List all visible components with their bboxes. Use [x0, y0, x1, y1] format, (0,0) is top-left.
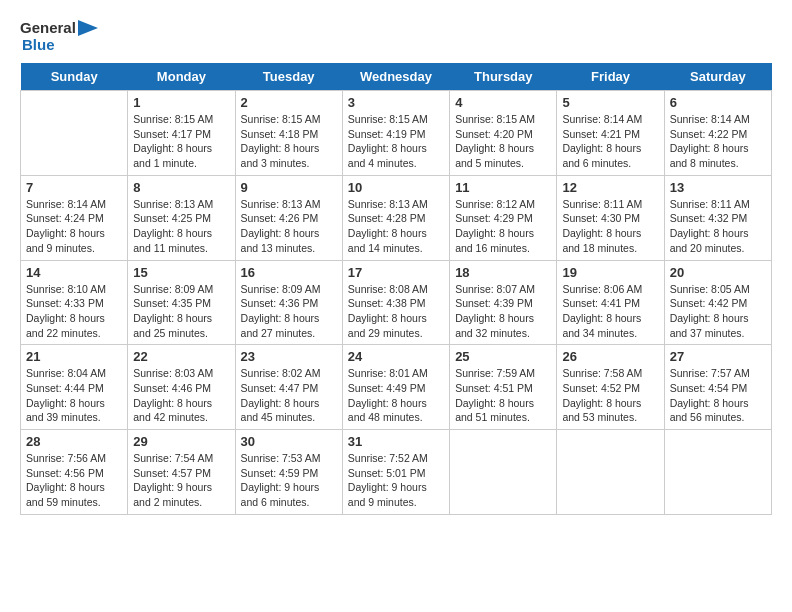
- calendar-cell: 23Sunrise: 8:02 AMSunset: 4:47 PMDayligh…: [235, 345, 342, 430]
- date-number: 21: [26, 349, 122, 364]
- date-number: 25: [455, 349, 551, 364]
- page-header: General Blue: [20, 20, 772, 53]
- date-number: 5: [562, 95, 658, 110]
- calendar-cell: 2Sunrise: 8:15 AMSunset: 4:18 PMDaylight…: [235, 91, 342, 176]
- week-row-4: 21Sunrise: 8:04 AMSunset: 4:44 PMDayligh…: [21, 345, 772, 430]
- calendar-cell: 9Sunrise: 8:13 AMSunset: 4:26 PMDaylight…: [235, 175, 342, 260]
- calendar-table: SundayMondayTuesdayWednesdayThursdayFrid…: [20, 63, 772, 515]
- cell-content: Sunrise: 7:54 AMSunset: 4:57 PMDaylight:…: [133, 451, 229, 510]
- calendar-cell: 19Sunrise: 8:06 AMSunset: 4:41 PMDayligh…: [557, 260, 664, 345]
- calendar-cell: 30Sunrise: 7:53 AMSunset: 4:59 PMDayligh…: [235, 430, 342, 515]
- date-number: 18: [455, 265, 551, 280]
- calendar-cell: [450, 430, 557, 515]
- date-number: 22: [133, 349, 229, 364]
- calendar-cell: 6Sunrise: 8:14 AMSunset: 4:22 PMDaylight…: [664, 91, 771, 176]
- calendar-cell: 11Sunrise: 8:12 AMSunset: 4:29 PMDayligh…: [450, 175, 557, 260]
- date-number: 8: [133, 180, 229, 195]
- cell-content: Sunrise: 8:15 AMSunset: 4:19 PMDaylight:…: [348, 112, 444, 171]
- cell-content: Sunrise: 8:13 AMSunset: 4:26 PMDaylight:…: [241, 197, 337, 256]
- date-number: 23: [241, 349, 337, 364]
- date-number: 4: [455, 95, 551, 110]
- cell-content: Sunrise: 7:56 AMSunset: 4:56 PMDaylight:…: [26, 451, 122, 510]
- cell-content: Sunrise: 7:57 AMSunset: 4:54 PMDaylight:…: [670, 366, 766, 425]
- calendar-cell: 4Sunrise: 8:15 AMSunset: 4:20 PMDaylight…: [450, 91, 557, 176]
- day-header-sunday: Sunday: [21, 63, 128, 91]
- cell-content: Sunrise: 8:05 AMSunset: 4:42 PMDaylight:…: [670, 282, 766, 341]
- calendar-cell: 3Sunrise: 8:15 AMSunset: 4:19 PMDaylight…: [342, 91, 449, 176]
- cell-content: Sunrise: 8:07 AMSunset: 4:39 PMDaylight:…: [455, 282, 551, 341]
- cell-content: Sunrise: 8:12 AMSunset: 4:29 PMDaylight:…: [455, 197, 551, 256]
- calendar-cell: [557, 430, 664, 515]
- cell-content: Sunrise: 8:14 AMSunset: 4:22 PMDaylight:…: [670, 112, 766, 171]
- logo: General Blue: [20, 20, 98, 53]
- calendar-cell: 1Sunrise: 8:15 AMSunset: 4:17 PMDaylight…: [128, 91, 235, 176]
- logo-general: General: [20, 20, 76, 37]
- calendar-cell: 8Sunrise: 8:13 AMSunset: 4:25 PMDaylight…: [128, 175, 235, 260]
- calendar-cell: 20Sunrise: 8:05 AMSunset: 4:42 PMDayligh…: [664, 260, 771, 345]
- date-number: 1: [133, 95, 229, 110]
- date-number: 12: [562, 180, 658, 195]
- cell-content: Sunrise: 8:09 AMSunset: 4:36 PMDaylight:…: [241, 282, 337, 341]
- cell-content: Sunrise: 8:15 AMSunset: 4:20 PMDaylight:…: [455, 112, 551, 171]
- date-number: 15: [133, 265, 229, 280]
- cell-content: Sunrise: 8:13 AMSunset: 4:28 PMDaylight:…: [348, 197, 444, 256]
- cell-content: Sunrise: 8:01 AMSunset: 4:49 PMDaylight:…: [348, 366, 444, 425]
- cell-content: Sunrise: 8:13 AMSunset: 4:25 PMDaylight:…: [133, 197, 229, 256]
- cell-content: Sunrise: 8:14 AMSunset: 4:21 PMDaylight:…: [562, 112, 658, 171]
- date-number: 9: [241, 180, 337, 195]
- calendar-cell: 31Sunrise: 7:52 AMSunset: 5:01 PMDayligh…: [342, 430, 449, 515]
- week-row-3: 14Sunrise: 8:10 AMSunset: 4:33 PMDayligh…: [21, 260, 772, 345]
- date-number: 27: [670, 349, 766, 364]
- calendar-cell: 21Sunrise: 8:04 AMSunset: 4:44 PMDayligh…: [21, 345, 128, 430]
- calendar-cell: [21, 91, 128, 176]
- cell-content: Sunrise: 8:06 AMSunset: 4:41 PMDaylight:…: [562, 282, 658, 341]
- cell-content: Sunrise: 8:15 AMSunset: 4:18 PMDaylight:…: [241, 112, 337, 171]
- date-number: 26: [562, 349, 658, 364]
- day-header-saturday: Saturday: [664, 63, 771, 91]
- calendar-cell: 15Sunrise: 8:09 AMSunset: 4:35 PMDayligh…: [128, 260, 235, 345]
- cell-content: Sunrise: 7:58 AMSunset: 4:52 PMDaylight:…: [562, 366, 658, 425]
- cell-content: Sunrise: 8:11 AMSunset: 4:30 PMDaylight:…: [562, 197, 658, 256]
- calendar-cell: 5Sunrise: 8:14 AMSunset: 4:21 PMDaylight…: [557, 91, 664, 176]
- cell-content: Sunrise: 8:02 AMSunset: 4:47 PMDaylight:…: [241, 366, 337, 425]
- date-number: 10: [348, 180, 444, 195]
- calendar-cell: 26Sunrise: 7:58 AMSunset: 4:52 PMDayligh…: [557, 345, 664, 430]
- logo-triangle-icon: [78, 20, 98, 36]
- calendar-cell: 28Sunrise: 7:56 AMSunset: 4:56 PMDayligh…: [21, 430, 128, 515]
- svg-marker-0: [78, 20, 98, 36]
- day-header-thursday: Thursday: [450, 63, 557, 91]
- cell-content: Sunrise: 8:15 AMSunset: 4:17 PMDaylight:…: [133, 112, 229, 171]
- cell-content: Sunrise: 7:52 AMSunset: 5:01 PMDaylight:…: [348, 451, 444, 510]
- cell-content: Sunrise: 8:03 AMSunset: 4:46 PMDaylight:…: [133, 366, 229, 425]
- calendar-cell: 18Sunrise: 8:07 AMSunset: 4:39 PMDayligh…: [450, 260, 557, 345]
- calendar-cell: 14Sunrise: 8:10 AMSunset: 4:33 PMDayligh…: [21, 260, 128, 345]
- date-number: 7: [26, 180, 122, 195]
- date-number: 24: [348, 349, 444, 364]
- date-number: 6: [670, 95, 766, 110]
- cell-content: Sunrise: 7:59 AMSunset: 4:51 PMDaylight:…: [455, 366, 551, 425]
- week-row-5: 28Sunrise: 7:56 AMSunset: 4:56 PMDayligh…: [21, 430, 772, 515]
- date-number: 2: [241, 95, 337, 110]
- date-number: 20: [670, 265, 766, 280]
- date-number: 16: [241, 265, 337, 280]
- logo-blue: Blue: [22, 37, 98, 54]
- week-row-1: 1Sunrise: 8:15 AMSunset: 4:17 PMDaylight…: [21, 91, 772, 176]
- calendar-cell: 12Sunrise: 8:11 AMSunset: 4:30 PMDayligh…: [557, 175, 664, 260]
- date-number: 28: [26, 434, 122, 449]
- calendar-cell: 17Sunrise: 8:08 AMSunset: 4:38 PMDayligh…: [342, 260, 449, 345]
- calendar-cell: 7Sunrise: 8:14 AMSunset: 4:24 PMDaylight…: [21, 175, 128, 260]
- calendar-cell: 13Sunrise: 8:11 AMSunset: 4:32 PMDayligh…: [664, 175, 771, 260]
- day-header-monday: Monday: [128, 63, 235, 91]
- calendar-cell: 29Sunrise: 7:54 AMSunset: 4:57 PMDayligh…: [128, 430, 235, 515]
- date-number: 19: [562, 265, 658, 280]
- day-header-wednesday: Wednesday: [342, 63, 449, 91]
- cell-content: Sunrise: 8:08 AMSunset: 4:38 PMDaylight:…: [348, 282, 444, 341]
- cell-content: Sunrise: 8:09 AMSunset: 4:35 PMDaylight:…: [133, 282, 229, 341]
- calendar-cell: 25Sunrise: 7:59 AMSunset: 4:51 PMDayligh…: [450, 345, 557, 430]
- date-number: 3: [348, 95, 444, 110]
- cell-content: Sunrise: 8:14 AMSunset: 4:24 PMDaylight:…: [26, 197, 122, 256]
- day-header-tuesday: Tuesday: [235, 63, 342, 91]
- cell-content: Sunrise: 8:04 AMSunset: 4:44 PMDaylight:…: [26, 366, 122, 425]
- calendar-cell: [664, 430, 771, 515]
- date-number: 11: [455, 180, 551, 195]
